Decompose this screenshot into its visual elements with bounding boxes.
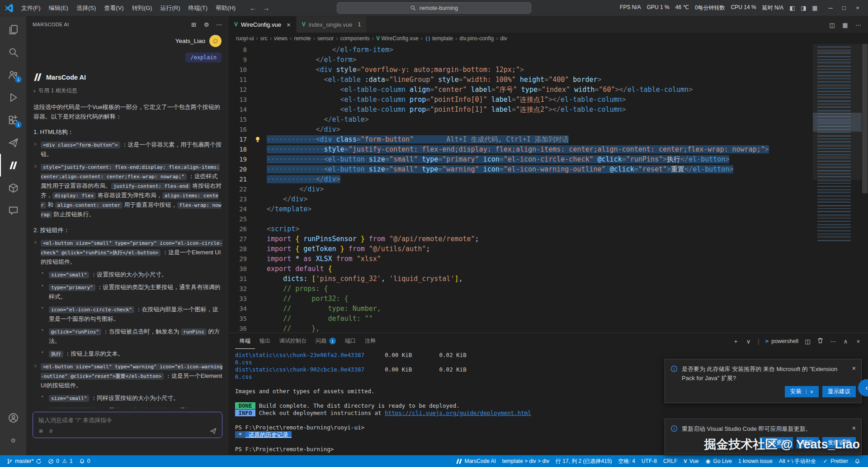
panel-tab-问题[interactable]: 问题1 [311, 333, 340, 349]
more-button[interactable]: ⋯ [216, 21, 222, 28]
status-item[interactable]: Alt + \ 手动补全 [776, 455, 819, 467]
code-line[interactable]: 36 // }, [229, 324, 813, 333]
status-item[interactable]: VVue [680, 455, 702, 467]
newchat-button[interactable]: ⊞ [190, 21, 197, 28]
activity-search[interactable] [0, 41, 25, 63]
maximize-panel-button[interactable]: ∧ [842, 338, 849, 345]
status-item[interactable]: master* [4, 455, 45, 467]
menu-item[interactable]: 选择(S) [72, 2, 100, 14]
code-line[interactable]: 15 </el-table> [229, 114, 813, 124]
breadcrumb-item[interactable]: remote [294, 35, 311, 42]
code-line[interactable]: 34 // type: Number, [229, 304, 813, 314]
code-line[interactable]: 21············</div> [229, 174, 813, 184]
breadcrumb-item[interactable]: V WireConfig.vue [376, 35, 418, 42]
menu-item[interactable]: 终端(T) [184, 2, 212, 14]
status-item[interactable]: 1 known issue [735, 455, 776, 467]
status-item[interactable]: ✓Prettier [819, 455, 851, 467]
lightbulb-icon[interactable] [254, 136, 261, 143]
status-item[interactable]: ◉Go Live [702, 455, 735, 467]
menu-item[interactable]: 查看(V) [100, 2, 127, 14]
notification-button[interactable]: 显示建议 [822, 386, 856, 397]
code-line[interactable]: 14 <el-table-column prop="pointInfo[1]" … [229, 105, 813, 114]
code-line[interactable]: 22 </div> [229, 184, 813, 194]
code-line[interactable]: 8 </el-form-item> [229, 45, 813, 55]
code-line[interactable]: 19··············<el-button size="small" … [229, 154, 813, 164]
status-item[interactable]: CRLF [660, 455, 680, 467]
kill-terminal-button[interactable] [817, 337, 824, 345]
code-line[interactable]: 27import { runPinsSensor } from "@/api/r… [229, 234, 813, 244]
status-item[interactable]: MarsCode AI [453, 455, 499, 467]
activity-people[interactable]: 1 [0, 63, 25, 86]
status-item[interactable]: template > div > div [499, 455, 552, 467]
more-actions-button[interactable]: ⋯ [830, 338, 836, 345]
menu-item[interactable]: 帮助(H) [212, 2, 240, 14]
code-line[interactable]: 28import { getToken } from "@/utils/auth… [229, 244, 813, 254]
chat-input-box[interactable]: ※ # [33, 412, 222, 438]
terminal-link[interactable]: https://cli.vuejs.org/guide/deployment.h… [385, 410, 531, 416]
breadcrumb[interactable]: ruoyi-ui›src›views›remote›sensor›compone… [229, 33, 868, 44]
status-item[interactable]: 0 [76, 455, 94, 467]
status-item[interactable]: UTF-8 [638, 455, 660, 467]
code-line[interactable]: 11 <el-table :data="lineGroup" style="wi… [229, 75, 813, 85]
code-line[interactable]: 30export default { [229, 264, 813, 274]
nav-forward-button[interactable]: → [263, 4, 269, 12]
status-item[interactable]: 行 17, 列 2 (已选择415) [552, 455, 615, 467]
code-line[interactable]: 9 </el-form> [229, 55, 813, 65]
minimize-button[interactable]: ─ [824, 2, 837, 14]
scrollbar-thumb[interactable] [862, 44, 868, 193]
send-button[interactable] [210, 428, 217, 434]
gear-button[interactable]: ⚙ [203, 21, 210, 28]
menu-item[interactable]: 编辑(E) [45, 2, 72, 14]
activity-account[interactable] [0, 406, 25, 429]
editor-scrollbar[interactable] [862, 44, 868, 333]
close-window-button[interactable]: × [851, 2, 864, 14]
nav-back-button[interactable]: ← [250, 4, 256, 12]
code-line[interactable]: 17············<div class="form-button" A… [229, 134, 813, 144]
panel-tab-端口[interactable]: 端口 [340, 333, 360, 349]
status-item[interactable]: 0⚠1 [45, 455, 75, 467]
terminal-dropdown-button[interactable]: ∨ [745, 338, 752, 345]
explain-command-chip[interactable]: /explain [185, 52, 222, 62]
notification-close-icon[interactable]: × [852, 365, 856, 382]
activity-debug[interactable] [0, 86, 25, 109]
status-item[interactable]: 空格: 4 [615, 455, 638, 467]
more-button[interactable]: ⋯ [855, 21, 862, 29]
panel-tab-调试控制台[interactable]: 调试控制台 [275, 333, 311, 349]
code-line[interactable]: 13 <el-table-column prop="pointInfo[0]" … [229, 95, 813, 105]
terminal-instance-powershell[interactable]: >powershell [765, 338, 798, 344]
menu-item[interactable]: 文件(F) [17, 2, 45, 14]
panel-tab-注释[interactable]: 注释 [360, 333, 380, 349]
activity-extensions[interactable]: 1 [0, 109, 25, 131]
menu-item[interactable]: 运行(R) [156, 2, 184, 14]
status-item[interactable] [851, 455, 863, 467]
code-line[interactable]: 24</template> [229, 204, 813, 214]
layout-grid-button[interactable]: ▦ [842, 21, 849, 29]
activity-send[interactable] [0, 131, 25, 154]
context-hash-icon[interactable]: # [49, 428, 52, 434]
tab-WireConfig.vue[interactable]: VWireConfig.vue× [229, 16, 297, 33]
activity-explorer[interactable] [0, 18, 25, 41]
split-terminal-button[interactable]: ◫ [804, 338, 811, 345]
chat-input[interactable] [38, 417, 217, 424]
panel-tab-输出[interactable]: 输出 [255, 333, 275, 349]
code-editor[interactable]: 8 </el-form-item>9 </el-form>10 <div sty… [229, 45, 813, 333]
code-line[interactable]: 20··············<el-button size="small" … [229, 164, 813, 174]
reference-toggle[interactable]: › 引用 1 相关信息 [26, 81, 229, 95]
new-terminal-button[interactable]: + [732, 338, 739, 345]
code-line[interactable]: 25 [229, 214, 813, 224]
breadcrumb-item[interactable]: div [500, 35, 507, 42]
code-line[interactable]: 33 // port32: { [229, 294, 813, 304]
code-line[interactable]: 26<script> [229, 224, 813, 234]
code-line[interactable]: 29import * as XLSX from "xlsx" [229, 254, 813, 264]
activity-marscode[interactable] [0, 154, 25, 176]
activity-comments[interactable] [0, 199, 25, 222]
code-line[interactable]: 10 <div style="overflow-y: auto;margin-b… [229, 65, 813, 75]
command-center-search[interactable]: remote-burning [337, 2, 531, 14]
activity-box[interactable] [0, 176, 25, 199]
code-line[interactable]: 32 // props: { [229, 284, 813, 294]
code-line[interactable]: 18··············style="justify-content: … [229, 144, 813, 154]
code-line[interactable]: 12 <el-table-column align="center" label… [229, 85, 813, 95]
breadcrumb-item[interactable]: src [260, 35, 268, 42]
minimap[interactable] [813, 44, 862, 333]
code-line[interactable]: 16 </div> [229, 124, 813, 134]
